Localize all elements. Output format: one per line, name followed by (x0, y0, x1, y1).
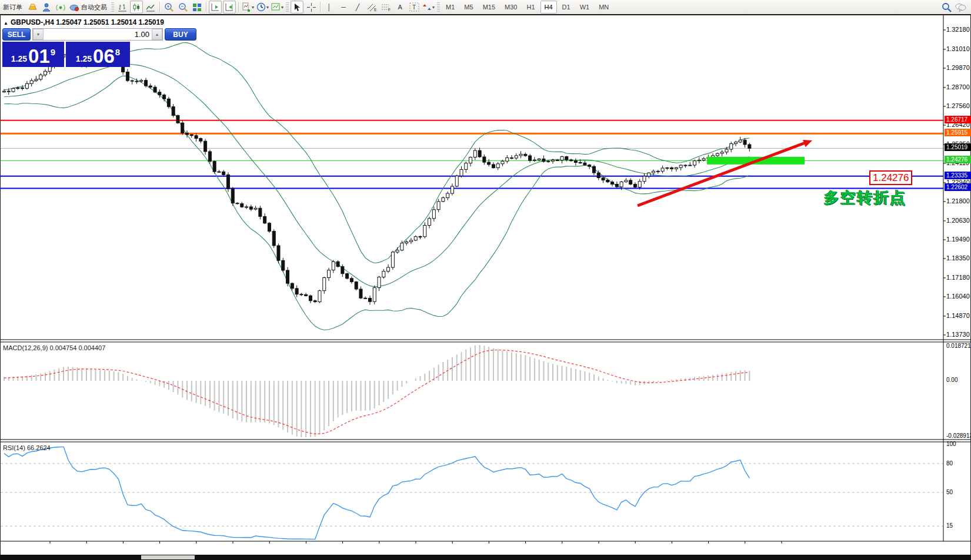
svg-text:T: T (412, 4, 416, 11)
price-tick-label: 1.17180 (946, 274, 970, 281)
timeframe-button-m5[interactable]: M5 (460, 1, 477, 14)
ohlc-high: 1.25051 (84, 18, 109, 26)
volume-increase-button[interactable]: ▲ (152, 29, 162, 40)
timeframe-button-d1[interactable]: D1 (558, 1, 575, 14)
ohlc-close: 1.25019 (138, 18, 163, 26)
buy-button[interactable]: BUY (165, 28, 196, 41)
indicators-button[interactable]: ▾ (241, 1, 255, 14)
volume-decrease-button[interactable]: ▼ (33, 29, 44, 40)
price-tick-label: 1.20630 (946, 217, 970, 224)
bollinger-bands (4, 43, 749, 330)
tile-windows-icon[interactable] (191, 1, 203, 14)
price-tick-label: 1.13730 (946, 331, 970, 338)
scrollbar-thumb[interactable] (141, 555, 195, 559)
chart-shift-button[interactable] (223, 1, 236, 14)
price-tick-label: 1.18350 (946, 254, 970, 261)
crosshair-button[interactable] (305, 1, 318, 14)
timeframe-button-h4[interactable]: H4 (540, 1, 557, 14)
shapes-dropdown-caret[interactable]: ▾ (432, 5, 435, 10)
timeframe-button-m30[interactable]: M30 (500, 1, 521, 14)
macd-axis-top: 0.018721 (946, 343, 971, 349)
collapse-triangle-icon[interactable]: ▲ (4, 21, 8, 26)
symbol-title: GBPUSD-,H4 (11, 18, 54, 26)
vertical-line-button[interactable]: │ (323, 1, 336, 14)
signals-icon[interactable] (54, 1, 67, 14)
buy-price-main: 06 (93, 48, 115, 65)
horizontal-line-button[interactable]: ─ (337, 1, 350, 14)
text-button[interactable]: A (393, 1, 406, 14)
new-order-button[interactable]: 新订单 (1, 1, 25, 14)
price-tick-label: 1.28700 (946, 83, 970, 90)
candles-layer (3, 51, 751, 304)
timeframe-button-w1[interactable]: W1 (576, 1, 594, 14)
main-toolbar: 新订单 自动交易 (0, 0, 971, 15)
timeframe-button-m15[interactable]: M15 (479, 1, 499, 14)
chart-canvas[interactable] (1, 15, 971, 560)
price-badge: 1.25019 (945, 143, 971, 151)
buy-price-display[interactable]: 1.25 06 8 (66, 42, 130, 67)
price-badge: 1.23335 (945, 172, 971, 179)
templates-dropdown-caret[interactable]: ▾ (281, 5, 283, 10)
shapes-button[interactable]: ▾ (422, 1, 435, 14)
toolbar-grip (111, 2, 114, 12)
autotrading-label: 自动交易 (79, 3, 109, 12)
rsi-label: RSI(14) 66.2624 (3, 444, 51, 451)
metaeditor-icon[interactable] (40, 1, 53, 14)
rsi-line (4, 447, 749, 539)
rsi-axis-label: 15 (946, 522, 953, 529)
zoom-out-button[interactable] (176, 1, 189, 14)
rsi-axis-label: 50 (946, 489, 953, 495)
candlestick-chart-button[interactable] (130, 1, 143, 14)
autotrading-button[interactable]: 自动交易 (68, 1, 109, 14)
equidistant-channel-button[interactable]: E (365, 1, 378, 14)
annotation-price-label[interactable]: 1.24276 (869, 170, 912, 185)
periods-button[interactable]: ▾ (256, 1, 269, 14)
indicators-dropdown-caret[interactable]: ▾ (252, 5, 254, 10)
cursor-button[interactable] (291, 1, 303, 14)
buy-price-prefix: 1.25 (76, 54, 92, 63)
price-tick-label: 1.27560 (946, 102, 970, 109)
bar-chart-button[interactable] (116, 1, 129, 14)
chart-header: ▲GBPUSD-,H4 1.25047 1.25051 1.25014 1.25… (4, 18, 164, 26)
templates-button[interactable]: ▾ (271, 1, 284, 14)
trend-arrow-head (803, 140, 812, 147)
macd-axis-zero: 0.00 (946, 377, 957, 383)
line-chart-button[interactable] (144, 1, 157, 14)
sell-price-display[interactable]: 1.25 01 9 (2, 42, 64, 67)
channel-letter: E (374, 8, 377, 12)
volume-input[interactable] (44, 29, 152, 40)
volume-control: ▼ ▲ (32, 28, 163, 41)
price-tick-label: 1.16040 (946, 293, 970, 300)
sell-price-prefix: 1.25 (11, 54, 27, 63)
ohlc-open: 1.25047 (56, 18, 81, 26)
mt4-window: 新订单 自动交易 (0, 0, 971, 560)
gold-bar-icon[interactable] (26, 1, 39, 14)
price-badge: 1.26717 (945, 116, 971, 123)
rsi-axis-label: 80 (946, 460, 953, 467)
new-order-label: 新订单 (1, 3, 24, 12)
search-icon[interactable] (940, 1, 953, 14)
timeframe-button-m1[interactable]: M1 (442, 1, 459, 14)
timeframe-button-mn[interactable]: MN (595, 1, 613, 14)
macd-axis-bottom: -0.028913 (946, 432, 971, 439)
zoom-in-button[interactable] (162, 1, 175, 14)
label-button[interactable]: T (408, 1, 421, 14)
chat-icon[interactable] (954, 1, 967, 14)
price-tick-label: 1.32180 (946, 26, 970, 33)
price-tick-label: 1.21800 (946, 197, 970, 204)
price-tick-label: 1.14870 (946, 312, 970, 319)
auto-scroll-button[interactable] (209, 1, 222, 14)
periods-dropdown-caret[interactable]: ▾ (266, 5, 269, 10)
fibonacci-button[interactable]: F (379, 1, 392, 14)
rsi-value: 66.2624 (27, 444, 51, 451)
price-tick-label: 1.19490 (946, 236, 970, 243)
trendline-button[interactable]: ╱ (351, 1, 364, 14)
price-tick-label: 1.31010 (946, 45, 970, 52)
toolbar-grip (286, 2, 289, 12)
timeframe-button-h1[interactable]: H1 (522, 1, 539, 14)
sell-button[interactable]: SELL (2, 28, 31, 41)
price-tick-label: 1.29870 (946, 64, 970, 71)
annotation-cn-note[interactable]: 多空转折点 (824, 187, 906, 208)
price-badge: 1.24276 (945, 156, 971, 163)
horizontal-scrollbar[interactable] (0, 555, 971, 560)
